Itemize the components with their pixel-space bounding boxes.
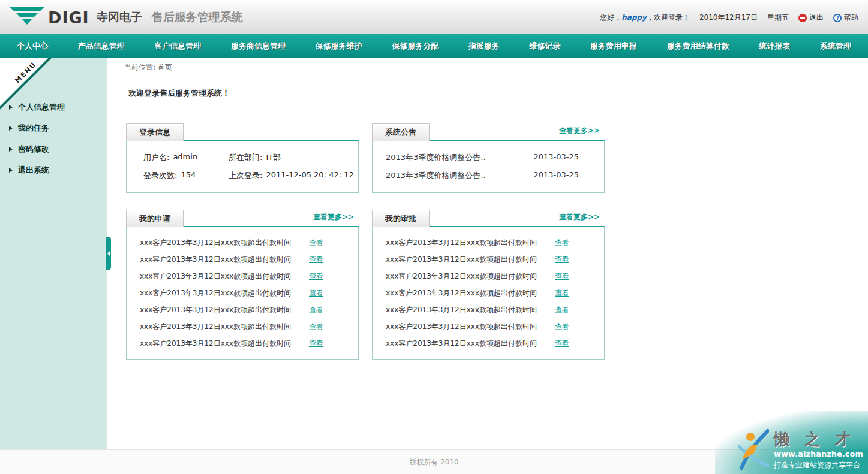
- nav-item-fee-settlement[interactable]: 服务费用结算付款: [667, 41, 729, 52]
- view-link[interactable]: 查看: [555, 238, 569, 248]
- approval-text: xxx客户2013年3月12日xxx款项超出付款时间: [386, 322, 537, 332]
- approval-text: xxx客户2013年3月12日xxx款项超出付款时间: [386, 271, 537, 282]
- triangle-right-icon: [9, 126, 13, 131]
- nav-item-warranty-assign[interactable]: 保修服务分配: [392, 41, 438, 52]
- watermark-slogan: 打造专业建站资源共享平台: [774, 460, 863, 470]
- nav-item-customer-info[interactable]: 客户信息管理: [154, 41, 201, 52]
- nav-item-fee-declare[interactable]: 服务费用申报: [590, 41, 637, 52]
- field-value: IT部: [266, 152, 281, 163]
- announcement-row[interactable]: 2013年3季度价格调整公告.. 2013-03-25: [373, 149, 604, 167]
- login-info-row: 用户名:admin 所在部门:IT部: [127, 149, 358, 167]
- login-info-row: 登录次数:154 上次登录:2011-12-05 20: 42: 12: [127, 167, 358, 185]
- request-text: xxx客户2013年3月12日xxx款项超出付款时间: [140, 305, 291, 315]
- nav-item-provider-info[interactable]: 服务商信息管理: [231, 41, 286, 52]
- nav-item-statistics[interactable]: 统计报表: [759, 41, 790, 52]
- welcome-message: 欢迎登录售后服务管理系统！: [111, 76, 868, 107]
- help-button[interactable]: ? 帮助: [833, 13, 858, 23]
- my-approvals-tab: 我的审批: [372, 210, 430, 227]
- nav-item-product-info[interactable]: 产品信息管理: [78, 41, 125, 52]
- current-weekday: 星期五: [767, 13, 789, 23]
- view-link[interactable]: 查看: [309, 255, 323, 265]
- view-link[interactable]: 查看: [555, 322, 569, 332]
- watermark-url[interactable]: www.aizhanzhe.com: [774, 449, 863, 458]
- approval-row: xxx客户2013年3月12日xxx款项超出付款时间 查看: [373, 251, 604, 268]
- brand: DIGI 寺冈电子 售后服务管理系统: [8, 5, 243, 29]
- request-text: xxx客户2013年3月12日xxx款项超出付款时间: [140, 288, 291, 298]
- view-link[interactable]: 查看: [309, 339, 323, 349]
- my-approvals-panel: 我的审批 查看更多>> xxx客户2013年3月12日xxx款项超出付款时间 查…: [372, 210, 605, 360]
- approval-text: xxx客户2013年3月12日xxx款项超出付款时间: [386, 305, 537, 315]
- my-approvals-more-link[interactable]: 查看更多>>: [559, 212, 600, 222]
- request-text: xxx客户2013年3月12日xxx款项超出付款时间: [140, 339, 291, 349]
- field-label: 用户名:: [143, 152, 169, 163]
- request-row: xxx客户2013年3月12日xxx款项超出付款时间 查看: [127, 318, 358, 335]
- view-link[interactable]: 查看: [309, 322, 323, 332]
- announcement-date: 2013-03-25: [533, 152, 579, 163]
- approval-text: xxx客户2013年3月12日xxx款项超出付款时间: [386, 288, 537, 298]
- request-text: xxx客户2013年3月12日xxx款项超出付款时间: [140, 322, 291, 332]
- sidebar-item-personal-info[interactable]: 个人信息管理: [0, 96, 107, 117]
- triangle-right-icon: [9, 105, 13, 110]
- nav-item-repair-records[interactable]: 维修记录: [529, 41, 560, 52]
- nav-item-system-manage[interactable]: 系统管理: [820, 41, 851, 52]
- announcement-text: 2013年3季度价格调整公告..: [386, 170, 486, 181]
- sidebar: MENU 个人信息管理 我的任务 密码修改 退出系统: [0, 58, 107, 449]
- view-link[interactable]: 查看: [555, 305, 569, 315]
- field-value: 154: [181, 170, 196, 181]
- aizhanzhe-logo-icon: [738, 427, 769, 470]
- login-info-tab: 登录信息: [126, 123, 184, 141]
- sidebar-collapse-handle[interactable]: [106, 237, 111, 270]
- field-value: admin: [173, 152, 197, 163]
- approval-text: xxx客户2013年3月12日xxx款项超出付款时间: [386, 255, 537, 265]
- view-link[interactable]: 查看: [309, 238, 323, 248]
- approval-row: xxx客户2013年3月12日xxx款项超出付款时间 查看: [373, 301, 604, 318]
- page: DIGI 寺冈电子 售后服务管理系统 您好，happy，欢迎登录！ 2010年1…: [0, 0, 868, 474]
- request-text: xxx客户2013年3月12日xxx款项超出付款时间: [140, 238, 291, 248]
- logout-button[interactable]: 退出: [798, 13, 824, 23]
- main-nav: 个人中心 产品信息管理 客户信息管理 服务商信息管理 保修服务维护 保修服务分配…: [0, 34, 868, 58]
- main-content: 当前位置: 首页 欢迎登录售后服务管理系统！ 登录信息 用户名:admin 所在…: [111, 58, 868, 449]
- view-link[interactable]: 查看: [555, 288, 569, 298]
- view-link[interactable]: 查看: [309, 271, 323, 282]
- logout-icon: [798, 14, 807, 22]
- logo-text: DIGI: [48, 8, 89, 27]
- watermark: 懒 之 才 www.aizhanzhe.com 打造专业建站资源共享平台: [715, 411, 868, 474]
- copyright-text: 版权所有 2010: [409, 457, 458, 467]
- sidebar-item-my-tasks[interactable]: 我的任务: [0, 117, 107, 138]
- sidebar-item-change-password[interactable]: 密码修改: [0, 138, 107, 159]
- view-link[interactable]: 查看: [309, 288, 323, 298]
- sidebar-item-exit-system[interactable]: 退出系统: [0, 159, 107, 180]
- breadcrumb: 当前位置: 首页: [111, 58, 868, 76]
- approval-row: xxx客户2013年3月12日xxx款项超出付款时间 查看: [373, 285, 604, 301]
- approval-text: xxx客户2013年3月12日xxx款项超出付款时间: [386, 339, 537, 349]
- header: DIGI 寺冈电子 售后服务管理系统 您好，happy，欢迎登录！ 2010年1…: [0, 0, 868, 34]
- view-link[interactable]: 查看: [555, 255, 569, 265]
- announcements-more-link[interactable]: 查看更多>>: [559, 126, 600, 136]
- my-requests-more-link[interactable]: 查看更多>>: [313, 212, 354, 222]
- view-link[interactable]: 查看: [309, 305, 323, 315]
- current-date: 2010年12月17日: [699, 13, 758, 23]
- field-label: 上次登录:: [229, 170, 262, 181]
- request-text: xxx客户2013年3月12日xxx款项超出付款时间: [140, 255, 291, 265]
- nav-item-dispatch-service[interactable]: 指派服务: [468, 41, 500, 52]
- help-icon: ?: [833, 14, 842, 22]
- request-row: xxx客户2013年3月12日xxx款项超出付款时间 查看: [127, 268, 358, 285]
- nav-item-personal-center[interactable]: 个人中心: [17, 41, 48, 52]
- field-label: 登录次数:: [143, 170, 177, 181]
- view-link[interactable]: 查看: [555, 271, 569, 282]
- announcements-tab: 系统公告: [372, 123, 430, 141]
- approval-row: xxx客户2013年3月12日xxx款项超出付款时间 查看: [373, 318, 604, 335]
- announcement-row[interactable]: 2013年3季度价格调整公告.. 2013-03-25: [373, 167, 604, 185]
- sidebar-items: 个人信息管理 我的任务 密码修改 退出系统: [0, 96, 107, 180]
- request-row: xxx客户2013年3月12日xxx款项超出付款时间 查看: [127, 335, 358, 352]
- dashboard-panels: 登录信息 用户名:admin 所在部门:IT部 登录次数:154 上次登录:20…: [111, 107, 868, 360]
- approval-row: xxx客户2013年3月12日xxx款项超出付款时间 查看: [373, 335, 604, 352]
- approval-row: xxx客户2013年3月12日xxx款项超出付款时间 查看: [373, 268, 604, 285]
- field-value: 2011-12-05 20: 42: 12: [266, 170, 353, 181]
- company-name: 寺冈电子: [97, 10, 142, 25]
- request-row: xxx客户2013年3月12日xxx款项超出付款时间 查看: [127, 301, 358, 318]
- digi-logo-icon: [8, 5, 46, 29]
- nav-item-warranty-maintain[interactable]: 保修服务维护: [316, 41, 362, 52]
- watermark-name: 懒 之 才: [774, 431, 863, 448]
- view-link[interactable]: 查看: [555, 339, 569, 349]
